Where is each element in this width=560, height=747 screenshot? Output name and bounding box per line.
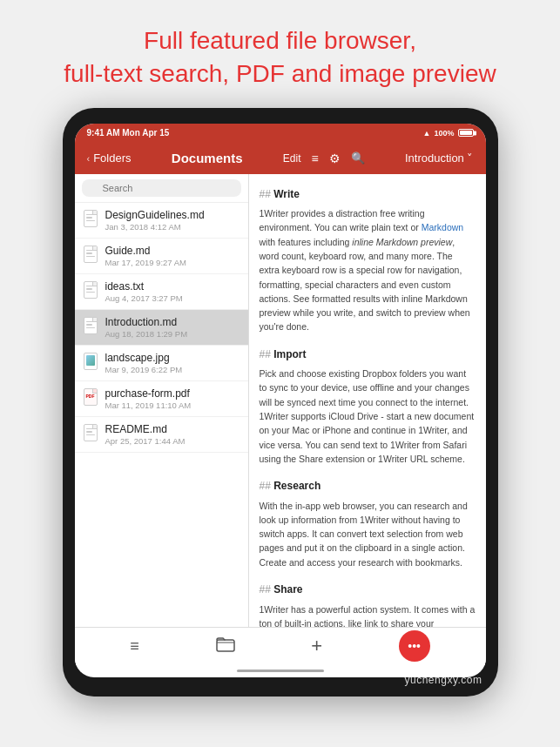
- file-info: Guide.mdMar 17, 2019 9:27 AM: [105, 245, 240, 267]
- file-item[interactable]: landscape.jpgMar 9, 2019 6:22 PM: [75, 346, 248, 381]
- doc-section: ## Write1Writer provides a distraction f…: [260, 186, 476, 334]
- search-wrap: [82, 179, 241, 197]
- doc-area[interactable]: ## Write1Writer provides a distraction f…: [249, 174, 486, 627]
- doc-heading: ## Write: [260, 186, 476, 203]
- sidebar: DesignGuidelines.mdJan 3, 2018 4:12 AMGu…: [75, 174, 249, 627]
- file-item[interactable]: ideas.txtAug 4, 2017 3:27 PM: [75, 274, 248, 310]
- doc-heading: ## Share: [260, 582, 476, 598]
- dots-icon: •••: [408, 639, 421, 653]
- file-item[interactable]: Introduction.mdAug 18, 2018 1:29 PM: [75, 310, 248, 346]
- bottom-bar: ≡ + •••: [75, 627, 486, 665]
- file-meta: Apr 25, 2017 1:44 AM: [105, 436, 240, 446]
- doc-body: With the in-app web browser, you can res…: [260, 499, 476, 569]
- promo-line1: Full featured file browser,: [144, 27, 416, 54]
- status-right: ▲ 100%: [423, 129, 474, 138]
- file-item[interactable]: PDFpurchase-form.pdfMar 11, 2019 11:10 A…: [75, 381, 248, 417]
- file-type-icon: [84, 210, 99, 229]
- add-icon[interactable]: +: [311, 635, 322, 657]
- nav-back[interactable]: ‹ Folders: [87, 151, 132, 165]
- file-meta: Mar 11, 2019 11:10 AM: [105, 400, 240, 410]
- heading-marker: ##: [260, 348, 274, 360]
- file-info: ideas.txtAug 4, 2017 3:27 PM: [105, 280, 240, 303]
- search-icon[interactable]: 🔍: [351, 151, 365, 165]
- back-chevron-icon: ‹: [87, 153, 91, 164]
- heading-marker: ##: [260, 583, 274, 596]
- svg-rect-0: [217, 640, 234, 651]
- battery-icon: [458, 129, 474, 137]
- edit-button[interactable]: Edit: [283, 152, 301, 165]
- heading-marker: ##: [260, 188, 274, 200]
- doc-body: Pick and choose existing Dropbox folders…: [260, 367, 476, 466]
- doc-section: ## Share1Writer has a powerful action sy…: [260, 582, 476, 627]
- file-meta: Aug 18, 2018 1:29 PM: [105, 329, 240, 339]
- file-type-icon: [84, 246, 99, 265]
- file-item[interactable]: DesignGuidelines.mdJan 3, 2018 4:12 AM: [75, 203, 248, 239]
- doc-heading: ## Import: [260, 347, 476, 363]
- heading-marker: ##: [260, 480, 274, 492]
- promo-line2: full-text search, PDF and image preview: [64, 60, 496, 87]
- file-item[interactable]: Guide.mdMar 17, 2019 9:27 AM: [75, 239, 248, 274]
- file-type-icon: [84, 424, 99, 443]
- wifi-icon: ▲: [423, 129, 431, 138]
- file-item[interactable]: README.mdApr 25, 2017 1:44 AM: [75, 417, 248, 453]
- search-bar-area: [75, 174, 248, 203]
- file-name: Guide.md: [105, 245, 240, 257]
- more-icon[interactable]: •••: [399, 630, 430, 662]
- nav-right-label[interactable]: Introduction ˅: [405, 151, 474, 165]
- file-name: ideas.txt: [105, 280, 240, 293]
- doc-section: ## ResearchWith the in-app web browser, …: [260, 478, 476, 569]
- nav-center-icons: Edit ≡ ⚙ 🔍: [283, 151, 365, 165]
- gear-icon[interactable]: ⚙: [329, 151, 341, 165]
- status-time: 9:41 AM Mon Apr 15: [87, 128, 170, 138]
- nav-title: Documents: [172, 151, 243, 165]
- hamburger-icon[interactable]: ≡: [311, 151, 318, 165]
- nav-bar: ‹ Folders Documents Edit ≡ ⚙ 🔍 Introduct…: [75, 143, 486, 174]
- file-name: purchase-form.pdf: [105, 387, 240, 400]
- file-type-icon: PDF: [84, 388, 99, 407]
- search-input[interactable]: [82, 179, 241, 197]
- markdown-link[interactable]: Markdown: [422, 222, 463, 232]
- file-info: README.mdApr 25, 2017 1:44 AM: [105, 423, 240, 446]
- promo-header: Full featured file browser, full-text se…: [29, 0, 530, 108]
- doc-section: ## ImportPick and choose existing Dropbo…: [260, 347, 476, 466]
- back-label: Folders: [93, 151, 131, 165]
- file-meta: Mar 9, 2019 6:22 PM: [105, 365, 240, 374]
- menu-icon[interactable]: ≡: [130, 637, 139, 656]
- file-info: purchase-form.pdfMar 11, 2019 11:10 AM: [105, 387, 240, 410]
- watermark: yuchengxy.com: [405, 674, 482, 686]
- file-meta: Jan 3, 2018 4:12 AM: [105, 222, 240, 232]
- home-indicator-bar: [237, 670, 324, 673]
- file-meta: Aug 4, 2017 3:27 PM: [105, 293, 240, 303]
- doc-heading: ## Research: [260, 478, 476, 495]
- file-name: README.md: [105, 423, 240, 435]
- file-info: landscape.jpgMar 9, 2019 6:22 PM: [105, 352, 240, 374]
- file-type-icon: [84, 281, 99, 300]
- file-info: Introduction.mdAug 18, 2018 1:29 PM: [105, 316, 240, 339]
- file-name: landscape.jpg: [105, 352, 240, 364]
- file-name: DesignGuidelines.md: [105, 209, 240, 221]
- file-type-icon: [84, 353, 99, 372]
- status-bar: 9:41 AM Mon Apr 15 ▲ 100%: [75, 124, 486, 143]
- italic-text: inline Markdown preview: [352, 237, 452, 247]
- folder-icon[interactable]: [216, 636, 235, 656]
- doc-body: 1Writer has a powerful action system. It…: [260, 602, 476, 627]
- main-content: DesignGuidelines.mdJan 3, 2018 4:12 AMGu…: [75, 174, 486, 627]
- file-info: DesignGuidelines.mdJan 3, 2018 4:12 AM: [105, 209, 240, 232]
- file-name: Introduction.md: [105, 316, 240, 328]
- device-screen: 9:41 AM Mon Apr 15 ▲ 100% ‹ Folders Docu…: [75, 124, 486, 677]
- battery-level: 100%: [434, 129, 454, 138]
- file-list: DesignGuidelines.mdJan 3, 2018 4:12 AMGu…: [75, 203, 248, 627]
- device-frame: 9:41 AM Mon Apr 15 ▲ 100% ‹ Folders Docu…: [63, 108, 498, 697]
- file-type-icon: [84, 317, 99, 336]
- doc-body: 1Writer provides a distraction free writ…: [260, 206, 476, 333]
- file-meta: Mar 17, 2019 9:27 AM: [105, 258, 240, 267]
